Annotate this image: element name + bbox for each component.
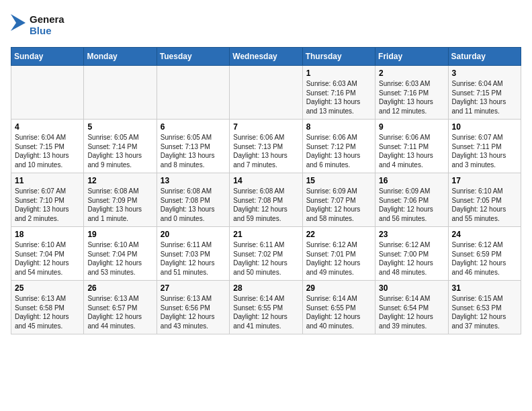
calendar-table: SundayMondayTuesdayWednesdayThursdayFrid… (11, 47, 521, 334)
day-info: Sunrise: 6:07 AM Sunset: 7:11 PM Dayligh… (452, 133, 517, 169)
calendar-cell-week2-day0: 11Sunrise: 6:07 AM Sunset: 7:10 PM Dayli… (11, 173, 84, 227)
day-number: 2 (379, 68, 444, 78)
day-number: 24 (452, 230, 517, 239)
calendar-cell-week4-day5: 30Sunrise: 6:14 AM Sunset: 6:54 PM Dayli… (375, 281, 448, 334)
day-info: Sunrise: 6:06 AM Sunset: 7:13 PM Dayligh… (233, 133, 298, 169)
day-number: 26 (87, 283, 152, 293)
calendar-cell-week3-day1: 19Sunrise: 6:10 AM Sunset: 7:04 PM Dayli… (84, 227, 157, 281)
day-number: 6 (161, 122, 226, 132)
calendar-cell-week1-day0: 4Sunrise: 6:04 AM Sunset: 7:15 PM Daylig… (11, 120, 84, 173)
day-number: 18 (15, 230, 80, 239)
day-info: Sunrise: 6:05 AM Sunset: 7:14 PM Dayligh… (87, 133, 152, 169)
day-info: Sunrise: 6:12 AM Sunset: 7:01 PM Dayligh… (306, 240, 371, 277)
calendar-cell-week1-day3: 7Sunrise: 6:06 AM Sunset: 7:13 PM Daylig… (230, 120, 302, 173)
day-info: Sunrise: 6:14 AM Sunset: 6:55 PM Dayligh… (233, 294, 298, 330)
calendar-cell-week0-day1 (84, 66, 157, 120)
day-info: Sunrise: 6:13 AM Sunset: 6:56 PM Dayligh… (161, 294, 226, 330)
day-number: 8 (306, 122, 371, 132)
day-number: 1 (306, 68, 371, 78)
day-number: 19 (87, 230, 152, 239)
weekday-header-saturday: Saturday (448, 48, 521, 66)
page-header: GeneralBlue (11, 11, 521, 40)
day-info: Sunrise: 6:09 AM Sunset: 7:06 PM Dayligh… (379, 187, 444, 223)
calendar-cell-week4-day6: 31Sunrise: 6:15 AM Sunset: 6:53 PM Dayli… (448, 281, 521, 334)
day-info: Sunrise: 6:06 AM Sunset: 7:12 PM Dayligh… (306, 133, 371, 169)
day-number: 12 (87, 176, 152, 185)
day-number: 10 (452, 122, 517, 132)
day-info: Sunrise: 6:12 AM Sunset: 6:59 PM Dayligh… (452, 240, 517, 277)
day-info: Sunrise: 6:08 AM Sunset: 7:08 PM Dayligh… (233, 187, 298, 223)
calendar-cell-week3-day4: 22Sunrise: 6:12 AM Sunset: 7:01 PM Dayli… (302, 227, 375, 281)
weekday-header-friday: Friday (375, 48, 448, 66)
day-number: 9 (379, 122, 444, 132)
weekday-header-tuesday: Tuesday (157, 48, 229, 66)
day-number: 3 (452, 68, 517, 78)
calendar-cell-week3-day2: 20Sunrise: 6:11 AM Sunset: 7:03 PM Dayli… (157, 227, 229, 281)
svg-text:General: General (30, 13, 64, 25)
day-info: Sunrise: 6:09 AM Sunset: 7:07 PM Dayligh… (306, 187, 371, 223)
day-info: Sunrise: 6:10 AM Sunset: 7:05 PM Dayligh… (452, 187, 517, 223)
day-number: 30 (379, 283, 444, 293)
calendar-cell-week3-day6: 24Sunrise: 6:12 AM Sunset: 6:59 PM Dayli… (448, 227, 521, 281)
calendar-cell-week0-day5: 2Sunrise: 6:03 AM Sunset: 7:16 PM Daylig… (375, 66, 448, 120)
day-info: Sunrise: 6:05 AM Sunset: 7:13 PM Dayligh… (161, 133, 226, 169)
day-info: Sunrise: 6:14 AM Sunset: 6:55 PM Dayligh… (306, 294, 371, 330)
svg-text:Blue: Blue (30, 25, 52, 36)
calendar-cell-week0-day3 (230, 66, 302, 120)
calendar-cell-week4-day1: 26Sunrise: 6:13 AM Sunset: 6:57 PM Dayli… (84, 281, 157, 334)
calendar-cell-week0-day0 (11, 66, 84, 120)
calendar-cell-week0-day4: 1Sunrise: 6:03 AM Sunset: 7:16 PM Daylig… (302, 66, 375, 120)
calendar-cell-week2-day2: 13Sunrise: 6:08 AM Sunset: 7:08 PM Dayli… (157, 173, 229, 227)
day-number: 14 (233, 176, 298, 185)
calendar-cell-week1-day5: 9Sunrise: 6:06 AM Sunset: 7:11 PM Daylig… (375, 120, 448, 173)
calendar-cell-week3-day5: 23Sunrise: 6:12 AM Sunset: 7:00 PM Dayli… (375, 227, 448, 281)
day-number: 21 (233, 230, 298, 239)
day-number: 4 (15, 122, 80, 132)
calendar-cell-week3-day3: 21Sunrise: 6:11 AM Sunset: 7:02 PM Dayli… (230, 227, 302, 281)
day-info: Sunrise: 6:15 AM Sunset: 6:53 PM Dayligh… (452, 294, 517, 330)
day-info: Sunrise: 6:03 AM Sunset: 7:16 PM Dayligh… (379, 79, 444, 116)
day-number: 16 (379, 176, 444, 185)
calendar-cell-week1-day4: 8Sunrise: 6:06 AM Sunset: 7:12 PM Daylig… (302, 120, 375, 173)
calendar-cell-week2-day1: 12Sunrise: 6:08 AM Sunset: 7:09 PM Dayli… (84, 173, 157, 227)
calendar-cell-week1-day2: 6Sunrise: 6:05 AM Sunset: 7:13 PM Daylig… (157, 120, 229, 173)
day-info: Sunrise: 6:04 AM Sunset: 7:15 PM Dayligh… (15, 133, 80, 169)
day-number: 28 (233, 283, 298, 293)
day-info: Sunrise: 6:10 AM Sunset: 7:04 PM Dayligh… (15, 240, 80, 277)
day-number: 20 (161, 230, 226, 239)
day-info: Sunrise: 6:14 AM Sunset: 6:54 PM Dayligh… (379, 294, 444, 330)
day-info: Sunrise: 6:08 AM Sunset: 7:08 PM Dayligh… (161, 187, 226, 223)
weekday-header-monday: Monday (84, 48, 157, 66)
day-number: 15 (306, 176, 371, 185)
day-number: 13 (161, 176, 226, 185)
calendar-cell-week4-day4: 29Sunrise: 6:14 AM Sunset: 6:55 PM Dayli… (302, 281, 375, 334)
calendar-cell-week0-day6: 3Sunrise: 6:04 AM Sunset: 7:15 PM Daylig… (448, 66, 521, 120)
calendar-cell-week3-day0: 18Sunrise: 6:10 AM Sunset: 7:04 PM Dayli… (11, 227, 84, 281)
day-info: Sunrise: 6:11 AM Sunset: 7:03 PM Dayligh… (161, 240, 226, 277)
calendar-cell-week1-day6: 10Sunrise: 6:07 AM Sunset: 7:11 PM Dayli… (448, 120, 521, 173)
day-info: Sunrise: 6:06 AM Sunset: 7:11 PM Dayligh… (379, 133, 444, 169)
day-info: Sunrise: 6:12 AM Sunset: 7:00 PM Dayligh… (379, 240, 444, 277)
calendar-cell-week1-day1: 5Sunrise: 6:05 AM Sunset: 7:14 PM Daylig… (84, 120, 157, 173)
calendar-cell-week2-day6: 17Sunrise: 6:10 AM Sunset: 7:05 PM Dayli… (448, 173, 521, 227)
calendar-cell-week4-day3: 28Sunrise: 6:14 AM Sunset: 6:55 PM Dayli… (230, 281, 302, 334)
day-info: Sunrise: 6:13 AM Sunset: 6:57 PM Dayligh… (87, 294, 152, 330)
day-info: Sunrise: 6:07 AM Sunset: 7:10 PM Dayligh… (15, 187, 80, 223)
logo: GeneralBlue (11, 11, 64, 40)
calendar-cell-week4-day0: 25Sunrise: 6:13 AM Sunset: 6:58 PM Dayli… (11, 281, 84, 334)
day-number: 23 (379, 230, 444, 239)
day-number: 17 (452, 176, 517, 185)
day-info: Sunrise: 6:04 AM Sunset: 7:15 PM Dayligh… (452, 79, 517, 116)
weekday-header-thursday: Thursday (302, 48, 375, 66)
svg-marker-0 (11, 14, 26, 31)
day-number: 25 (15, 283, 80, 293)
calendar-cell-week4-day2: 27Sunrise: 6:13 AM Sunset: 6:56 PM Dayli… (157, 281, 229, 334)
day-info: Sunrise: 6:03 AM Sunset: 7:16 PM Dayligh… (306, 79, 371, 116)
day-info: Sunrise: 6:08 AM Sunset: 7:09 PM Dayligh… (87, 187, 152, 223)
day-number: 7 (233, 122, 298, 132)
day-info: Sunrise: 6:10 AM Sunset: 7:04 PM Dayligh… (87, 240, 152, 277)
calendar-cell-week2-day3: 14Sunrise: 6:08 AM Sunset: 7:08 PM Dayli… (230, 173, 302, 227)
day-number: 5 (87, 122, 152, 132)
weekday-header-sunday: Sunday (11, 48, 84, 66)
day-number: 11 (15, 176, 80, 185)
